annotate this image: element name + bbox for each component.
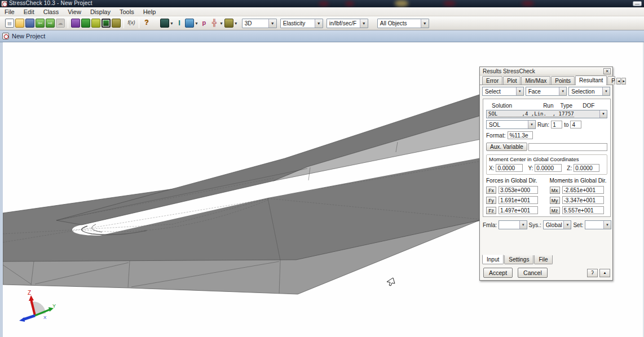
fz-button[interactable]: Fz <box>486 207 496 214</box>
tab-scroll-left-icon[interactable]: ◄ <box>616 78 621 85</box>
section-beam-icon[interactable]: I <box>175 19 184 28</box>
project-tab-label[interactable]: New Project <box>12 33 45 39</box>
new-document-icon[interactable]: ▤ <box>5 19 14 28</box>
run-to-field[interactable] <box>570 121 581 128</box>
accept-button[interactable]: Accept <box>483 268 513 278</box>
chevron-down-icon[interactable]: ▼ <box>234 21 238 25</box>
class-green-icon[interactable] <box>81 19 90 28</box>
tab-resultant[interactable]: Resultant <box>575 76 607 85</box>
force-row: Fy <box>486 196 544 204</box>
help-icon[interactable]: ? <box>142 19 151 28</box>
dialog-bottom-tabs: Input Settings File <box>482 255 553 264</box>
chevron-down-icon[interactable]: ▼ <box>219 21 223 25</box>
my-button[interactable]: My <box>550 197 560 204</box>
mz-field[interactable] <box>562 206 604 214</box>
chevron-down-icon[interactable]: ▼ <box>195 21 199 25</box>
mode-combo[interactable]: Selection▼ <box>568 87 610 96</box>
app-icon <box>1 1 7 7</box>
set-combo[interactable]: ▼ <box>585 220 611 229</box>
menu-edit[interactable]: Edit <box>19 8 39 16</box>
tab-minmax[interactable]: Min/Max <box>521 76 550 85</box>
forces-label: Forces in Global Dir. <box>486 178 544 184</box>
formula-row: Fmla: ▼ Sys.: Global▼ Set: ▼ <box>483 220 611 229</box>
fx-button[interactable]: Fx <box>486 187 496 194</box>
class-lime-icon[interactable] <box>91 19 100 28</box>
objects-combo[interactable]: All Objects▼ <box>377 19 429 28</box>
mx-field[interactable] <box>562 186 604 194</box>
moments-group: Moments in Global Dir. Mx My Mz <box>550 178 608 216</box>
moment-x-field[interactable] <box>496 164 523 172</box>
formula-icon[interactable]: f(x) <box>127 19 136 28</box>
chevron-down-icon[interactable]: ▼ <box>170 21 174 25</box>
minimize-button[interactable]: — <box>633 1 642 6</box>
tab-scroll-right-icon[interactable]: ► <box>621 78 626 85</box>
fy-button[interactable]: Fy <box>486 197 496 204</box>
cancel-button[interactable]: Cancel <box>518 268 548 278</box>
moment-center-group: Moment Center in Global Coordinates X: Y… <box>486 154 607 175</box>
aux-variable-button[interactable]: Aux. Variable <box>486 143 527 151</box>
chevron-down-icon: ▼ <box>528 121 535 128</box>
menu-help[interactable]: Help <box>139 8 161 16</box>
chevron-down-icon: ▼ <box>516 87 523 95</box>
entity-combo[interactable]: Face▼ <box>526 87 567 96</box>
y-label: Y: <box>528 165 533 171</box>
tab-input[interactable]: Input <box>482 255 504 264</box>
tab-points[interactable]: Points <box>551 76 575 85</box>
fy-field[interactable] <box>499 196 538 204</box>
moments-label: Moments in Global Dir. <box>550 178 608 184</box>
snapshot-icon[interactable] <box>224 19 233 28</box>
tab-error[interactable]: Error <box>482 76 502 85</box>
collapse-dialog-icon[interactable]: ▲ <box>599 269 610 277</box>
context-help-icon[interactable]: ʔ <box>587 269 598 277</box>
window-title: StressCheck 10.3 - New Project <box>9 0 92 6</box>
save-icon[interactable] <box>25 19 34 28</box>
import-green-icon[interactable]: ⇨ <box>46 19 55 28</box>
tab-file[interactable]: File <box>534 255 552 264</box>
dimension-combo[interactable]: 3D▼ <box>242 19 277 28</box>
tab-plot[interactable]: Plot <box>503 76 521 85</box>
class-purple-icon[interactable] <box>71 19 80 28</box>
solution-record-combo[interactable]: SOL ,4 ,Lin. , 17757 ▼ <box>486 110 607 118</box>
format-label: Format: <box>486 132 505 139</box>
moment-y-field[interactable] <box>535 164 562 172</box>
display-style-icon[interactable] <box>160 19 169 28</box>
fz-field[interactable] <box>499 206 538 214</box>
method-combo[interactable]: Select▼ <box>482 87 524 96</box>
run-from-field[interactable] <box>551 121 562 128</box>
menu-display[interactable]: Display <box>86 8 115 16</box>
tab-properties[interactable]: Prope <box>607 76 615 85</box>
units-combo[interactable]: in/lbf/sec/F▼ <box>327 19 368 28</box>
solution-name-combo[interactable]: SOL▼ <box>486 120 536 129</box>
video-artifact <box>395 0 408 7</box>
fmla-combo[interactable]: ▼ <box>499 220 527 229</box>
format-field[interactable] <box>508 131 533 139</box>
video-artifact <box>319 1 329 6</box>
open-project-icon[interactable] <box>15 19 24 28</box>
class-active-icon[interactable] <box>102 19 111 28</box>
video-artifact <box>522 1 534 6</box>
my-field[interactable] <box>562 196 604 204</box>
class-olive-icon[interactable] <box>112 19 121 28</box>
aux-variable-field[interactable] <box>528 143 607 151</box>
menu-class[interactable]: Class <box>39 8 64 16</box>
axes-tool-icon[interactable]: ╬ <box>210 19 219 28</box>
tab-settings[interactable]: Settings <box>504 255 533 264</box>
mz-button[interactable]: Mz <box>550 207 560 214</box>
col-dof: DOF <box>583 103 594 109</box>
theory-combo[interactable]: Elasticity▼ <box>280 19 323 28</box>
moment-center-label: Moment Center in Global Coordinates <box>489 156 605 162</box>
mx-button[interactable]: Mx <box>550 187 560 194</box>
close-icon[interactable]: ✕ <box>603 68 611 74</box>
menu-file[interactable]: File <box>0 8 19 16</box>
points-icon[interactable]: p <box>200 19 209 28</box>
to-label: to <box>564 122 568 128</box>
model-viewport[interactable]: Z Y X Results StressCheck ✕ Error Plot M… <box>0 42 644 337</box>
menu-tools[interactable]: Tools <box>115 8 139 16</box>
fx-field[interactable] <box>499 186 538 194</box>
export-green-icon[interactable]: ⇦ <box>36 19 45 28</box>
objects-folder-icon[interactable] <box>185 19 194 28</box>
sys-combo[interactable]: Global▼ <box>543 220 572 229</box>
moment-z-field[interactable] <box>574 164 599 172</box>
menu-view[interactable]: View <box>63 8 86 16</box>
dialog-title-bar[interactable]: Results StressCheck ✕ <box>480 67 612 76</box>
